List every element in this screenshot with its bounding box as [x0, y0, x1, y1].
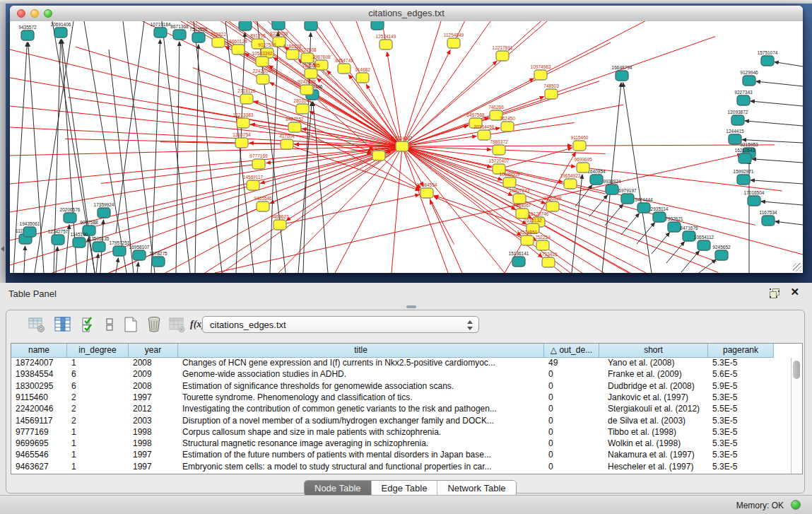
tab-edge-table[interactable]: Edge Table: [372, 481, 438, 496]
graph-node[interactable]: [305, 69, 317, 78]
float-panel-icon[interactable]: [770, 288, 779, 298]
graph-node[interactable]: [98, 208, 110, 218]
graph-node[interactable]: [503, 177, 516, 187]
graph-node[interactable]: [154, 28, 167, 37]
graph-node[interactable]: [542, 257, 555, 267]
window-titlebar[interactable]: citations_edges.txt: [10, 6, 803, 22]
column-header-indegree[interactable]: in_degree: [67, 344, 129, 358]
graph-node[interactable]: [729, 134, 741, 144]
graph-node[interactable]: [748, 196, 760, 206]
graph-node[interactable]: [21, 30, 34, 40]
graph-node[interactable]: [761, 56, 774, 66]
table-settings-button[interactable]: [28, 315, 46, 334]
table-row[interactable]: 911546021997Tourette syndrome. Phenomeno…: [11, 392, 791, 404]
table-row[interactable]: 1456911722003Disruption of a novel membe…: [11, 416, 791, 427]
graph-node[interactable]: [23, 227, 36, 237]
graph-node[interactable]: [637, 203, 650, 213]
table-row[interactable]: 969969511998Structural magnetic resonanc…: [11, 438, 791, 450]
graph-node[interactable]: [281, 139, 293, 149]
graph-node[interactable]: [590, 175, 603, 185]
graph-node[interactable]: [739, 153, 751, 163]
graph-node[interactable]: [496, 51, 509, 61]
graph-node[interactable]: [113, 246, 126, 256]
graph-node[interactable]: [237, 118, 249, 128]
graph-node[interactable]: [762, 216, 775, 226]
graph-node[interactable]: [573, 141, 586, 151]
graph-node[interactable]: [564, 179, 577, 189]
table-row[interactable]: 977716911998Corpus callosum shape and si…: [11, 427, 791, 438]
graph-node[interactable]: [73, 238, 86, 247]
graph-node[interactable]: [420, 188, 433, 198]
graph-node[interactable]: [240, 94, 253, 104]
graph-node[interactable]: [478, 130, 490, 140]
graph-node[interactable]: [546, 201, 559, 211]
table-row[interactable]: 1830029562008Estimation of significance …: [11, 381, 791, 392]
graph-node[interactable]: [606, 185, 618, 194]
row-height-button[interactable]: [100, 315, 119, 334]
network-view-window[interactable]: citations_edges.txt 94355722069140610719…: [10, 6, 803, 273]
column-header-year[interactable]: year: [129, 344, 178, 358]
graph-node[interactable]: [133, 250, 146, 260]
graph-node[interactable]: [621, 194, 634, 204]
graph-node[interactable]: [737, 175, 750, 185]
graph-node[interactable]: [305, 21, 317, 30]
graph-node[interactable]: [698, 240, 710, 250]
graph-node[interactable]: [272, 21, 285, 30]
new-table-button[interactable]: [122, 315, 140, 334]
graph-node[interactable]: [737, 95, 750, 105]
close-panel-icon[interactable]: ✕: [790, 286, 799, 298]
graph-node[interactable]: [288, 122, 301, 132]
graph-node[interactable]: [296, 104, 309, 114]
tab-node-table[interactable]: Node Table: [305, 481, 372, 496]
graph-node[interactable]: [286, 49, 299, 59]
graph-node[interactable]: [93, 242, 105, 252]
graph-node[interactable]: [493, 145, 505, 155]
graph-node[interactable]: [257, 74, 269, 84]
graph-node[interactable]: [743, 76, 755, 86]
graph-node[interactable]: [257, 201, 269, 211]
graph-node[interactable]: [577, 163, 589, 173]
graph-node[interactable]: [715, 250, 728, 260]
graph-node[interactable]: [379, 40, 392, 49]
graph-node[interactable]: [247, 180, 259, 190]
table-row[interactable]: 1938455462009Genome-wide association stu…: [11, 369, 791, 380]
import-table-button-disabled[interactable]: [167, 315, 186, 334]
graph-node[interactable]: [516, 209, 529, 218]
graph-node[interactable]: [273, 220, 286, 230]
graph-node[interactable]: [513, 194, 526, 204]
graph-node[interactable]: [173, 30, 186, 40]
table-row[interactable]: 946362711997Embryonic stem cells: a mode…: [11, 462, 791, 473]
graph-node[interactable]: [668, 222, 681, 232]
graph-node[interactable]: [64, 213, 76, 223]
graph-node[interactable]: [616, 71, 628, 81]
memory-status-indicator[interactable]: [791, 500, 801, 510]
graph-node[interactable]: [545, 89, 558, 99]
graph-node[interactable]: [301, 53, 314, 63]
graph-node[interactable]: [356, 73, 369, 83]
window-resize-grip[interactable]: [793, 263, 801, 271]
delete-table-button[interactable]: [145, 315, 163, 334]
column-header-outde[interactable]: △ out_de...: [544, 344, 599, 358]
graph-node[interactable]: [52, 235, 64, 245]
column-header-name[interactable]: name: [11, 344, 67, 358]
graph-node[interactable]: [512, 257, 525, 267]
network-canvas[interactable]: 9435572206914061071918486713687515526106…: [10, 21, 803, 273]
graph-node[interactable]: [239, 21, 252, 30]
graph-node[interactable]: [54, 28, 67, 37]
graph-node[interactable]: [235, 138, 248, 148]
graph-node[interactable]: [338, 64, 351, 74]
table-row[interactable]: 1872400712008Changes of HCN gene express…: [11, 358, 791, 369]
table-row[interactable]: 2242004622012Investigating the contribut…: [11, 404, 791, 415]
splitter-handle[interactable]: [406, 305, 416, 308]
graph-node[interactable]: [192, 33, 205, 42]
table-scrollbar[interactable]: [791, 358, 802, 474]
graph-node[interactable]: [536, 240, 549, 250]
graph-node[interactable]: [252, 159, 265, 169]
graph-node[interactable]: [653, 212, 666, 222]
table-scrollbar-thumb[interactable]: [793, 361, 800, 379]
graph-node[interactable]: [300, 85, 313, 95]
graph-node[interactable]: [212, 37, 225, 47]
graph-node[interactable]: [731, 115, 744, 125]
graph-node[interactable]: [372, 151, 385, 160]
panel-collapse-arrow-icon[interactable]: [1, 246, 4, 252]
